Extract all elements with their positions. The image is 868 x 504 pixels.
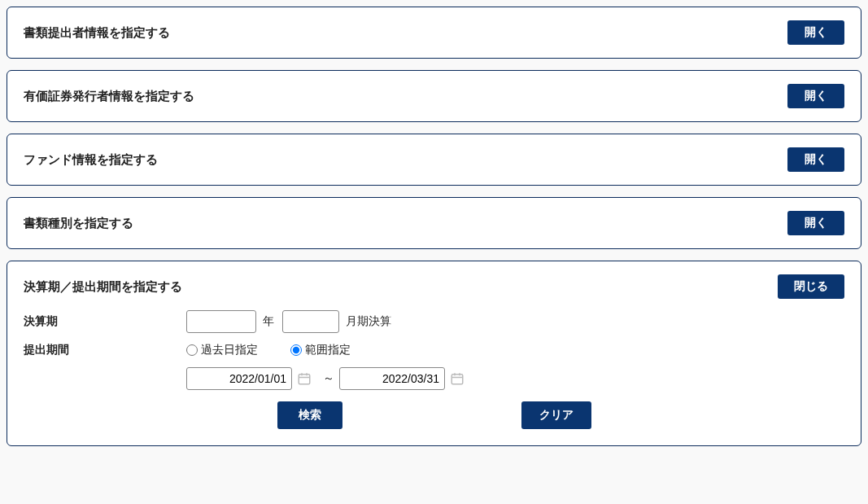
svg-rect-4 bbox=[451, 375, 463, 384]
date-to-input[interactable] bbox=[339, 367, 445, 390]
panel-body: 決算期 年 月期決算 提出期間 過去日指定 範囲指定 ～ bbox=[24, 310, 844, 429]
year-input[interactable] bbox=[186, 310, 256, 333]
date-from-input[interactable] bbox=[186, 367, 292, 390]
row-dates: ～ bbox=[186, 367, 844, 390]
radio-range-wrap[interactable]: 範囲指定 bbox=[290, 343, 351, 357]
svg-rect-0 bbox=[299, 375, 310, 384]
open-button[interactable]: 開く bbox=[787, 147, 844, 172]
month-unit: 月期決算 bbox=[346, 314, 391, 329]
panel-header: 書類提出者情報を指定する 開く bbox=[24, 20, 844, 45]
panel-doctype: 書類種別を指定する 開く bbox=[7, 197, 861, 249]
panel-title: 有価証券発行者情報を指定する bbox=[24, 89, 194, 104]
fiscal-label: 決算期 bbox=[24, 314, 186, 329]
tilde-separator: ～ bbox=[323, 371, 334, 386]
panel-header: ファンド情報を指定する 開く bbox=[24, 147, 844, 172]
panel-title: 決算期／提出期間を指定する bbox=[24, 279, 182, 295]
panel-header: 書類種別を指定する 開く bbox=[24, 211, 844, 235]
panel-issuer: 有価証券発行者情報を指定する 開く bbox=[7, 70, 861, 122]
calendar-icon[interactable] bbox=[448, 370, 466, 388]
panel-header: 有価証券発行者情報を指定する 開く bbox=[24, 84, 844, 108]
panel-header: 決算期／提出期間を指定する 閉じる bbox=[24, 274, 844, 299]
open-button[interactable]: 開く bbox=[787, 211, 844, 235]
radio-past-wrap[interactable]: 過去日指定 bbox=[186, 343, 258, 357]
radio-range[interactable] bbox=[290, 344, 302, 356]
radio-past-label: 過去日指定 bbox=[201, 343, 258, 357]
year-unit: 年 bbox=[263, 314, 274, 329]
row-fiscal: 決算期 年 月期決算 bbox=[24, 310, 844, 333]
open-button[interactable]: 開く bbox=[787, 84, 844, 108]
month-input[interactable] bbox=[282, 310, 339, 333]
search-button[interactable]: 検索 bbox=[277, 401, 342, 429]
radio-past[interactable] bbox=[186, 344, 198, 356]
panel-submitter: 書類提出者情報を指定する 開く bbox=[7, 7, 861, 59]
open-button[interactable]: 開く bbox=[787, 20, 844, 45]
radio-range-label: 範囲指定 bbox=[305, 343, 351, 357]
close-button[interactable]: 閉じる bbox=[778, 274, 844, 299]
panel-period: 決算期／提出期間を指定する 閉じる 決算期 年 月期決算 提出期間 過去日指定 … bbox=[7, 261, 861, 446]
panel-title: 書類提出者情報を指定する bbox=[24, 25, 170, 41]
panel-fund: ファンド情報を指定する 開く bbox=[7, 134, 861, 186]
calendar-icon[interactable] bbox=[295, 370, 313, 388]
action-row: 検索 クリア bbox=[24, 401, 844, 429]
panel-title: ファンド情報を指定する bbox=[24, 152, 158, 168]
clear-button[interactable]: クリア bbox=[521, 401, 591, 429]
row-submit-period: 提出期間 過去日指定 範囲指定 bbox=[24, 343, 844, 357]
submit-period-label: 提出期間 bbox=[24, 343, 186, 357]
panel-title: 書類種別を指定する bbox=[24, 216, 133, 231]
